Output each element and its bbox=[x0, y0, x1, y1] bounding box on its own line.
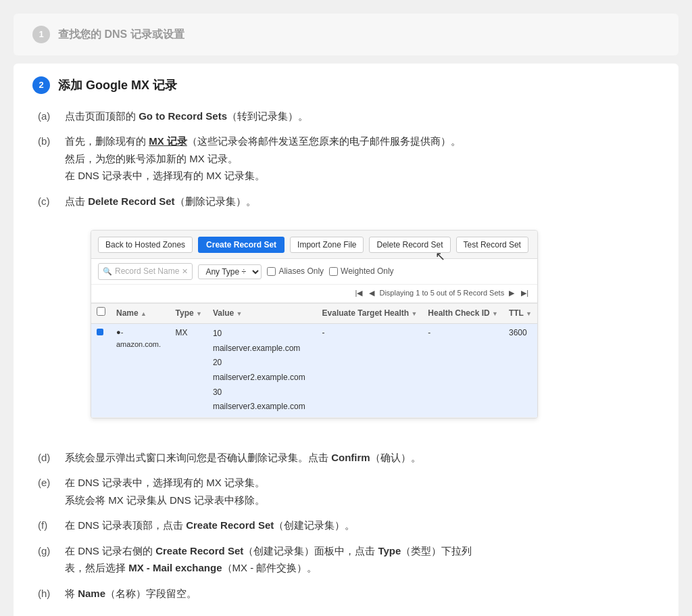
label-a: (a) bbox=[38, 108, 58, 125]
pagination-bar: |◀ ◀ Displaying 1 to 5 out of 5 Record S… bbox=[91, 285, 537, 303]
row-name: ●-amazon.com. bbox=[111, 324, 170, 418]
instruction-d: (d) 系统会显示弹出式窗口来询问您是否确认删除记录集。点击 Confirm（确… bbox=[38, 449, 660, 467]
label-e: (e) bbox=[38, 474, 58, 508]
weighted-label: Weighted Only bbox=[341, 265, 394, 278]
create-button[interactable]: Create Record Set bbox=[198, 237, 285, 253]
instruction-b: (b) 首先，删除现有的 MX 记录（这些记录会将邮件发送至您原来的电子邮件服务… bbox=[38, 133, 660, 185]
col-evaluate: Evaluate Target Health ▼ bbox=[317, 304, 423, 324]
step1-section: 1 查找您的 DNS 记录或设置 bbox=[14, 14, 678, 55]
step1-number: 1 bbox=[32, 26, 50, 43]
test-button[interactable]: Test Record Set bbox=[456, 237, 528, 253]
import-button[interactable]: Import Zone File bbox=[290, 237, 364, 253]
instruction-a: (a) 点击页面顶部的 Go to Record Sets（转到记录集）。 bbox=[38, 108, 660, 125]
instruction-e: (e) 在 DNS 记录表中，选择现有的 MX 记录集。 系统会将 MX 记录集… bbox=[38, 474, 660, 508]
row-health: - bbox=[422, 324, 503, 418]
value-line2: 20 mailserver2.example.com bbox=[213, 356, 312, 385]
last-page-button[interactable]: ▶| bbox=[519, 287, 530, 300]
bold-type: Type bbox=[378, 545, 401, 556]
record-table: Name ▲ Type ▼ Value ▼ Evaluate Target He… bbox=[91, 303, 537, 418]
instruction-c: (c) 点击 Delete Record Set（删除记录集）。 bbox=[38, 193, 660, 210]
text-g: 在 DNS 记录右侧的 Create Record Set（创建记录集）面板中，… bbox=[65, 542, 472, 577]
step2-section: 2 添加 Google MX 记录 (a) 点击页面顶部的 Go to Reco… bbox=[14, 64, 678, 616]
instruction-h: (h) 将 Name（名称）字段留空。 bbox=[38, 585, 660, 602]
row-type: MX bbox=[170, 324, 207, 418]
label-g: (g) bbox=[38, 542, 58, 577]
aliases-label: Aliases Only bbox=[278, 265, 324, 278]
col-name: Name ▲ bbox=[111, 304, 170, 324]
first-page-button[interactable]: |◀ bbox=[353, 287, 365, 300]
bold-a: Go to Record Sets bbox=[139, 110, 227, 122]
value-line1: 10 mailserver.example.com bbox=[213, 327, 312, 356]
step1-title: 查找您的 DNS 记录或设置 bbox=[58, 26, 184, 43]
row-icon bbox=[97, 329, 103, 335]
bold-confirm: Confirm bbox=[331, 452, 370, 463]
bold-mx: MX - Mail exchange bbox=[128, 562, 222, 573]
row-checkbox-cell[interactable] bbox=[91, 324, 111, 418]
text-a: 点击页面顶部的 Go to Record Sets（转到记录集）。 bbox=[65, 108, 308, 125]
delete-button[interactable]: Delete Record Set bbox=[369, 237, 450, 253]
underline-mx: MX 记录 bbox=[149, 135, 187, 147]
screenshot: Back to Hosted Zones Create Record Set I… bbox=[91, 230, 538, 419]
col-type: Type ▼ bbox=[170, 304, 207, 324]
bold-create2: Create Record Set bbox=[155, 545, 243, 556]
search-icon: 🔍 bbox=[103, 266, 112, 278]
weighted-checkbox[interactable] bbox=[329, 267, 338, 276]
row-ttl: 3600 bbox=[503, 324, 537, 418]
prev-page-button[interactable]: ◀ bbox=[367, 287, 376, 300]
bold-delete: Delete Record Set bbox=[88, 195, 174, 207]
label-d: (d) bbox=[38, 449, 58, 467]
col-health: Health Check ID ▼ bbox=[422, 304, 503, 324]
instruction-f: (f) 在 DNS 记录表顶部，点击 Create Record Set（创建记… bbox=[38, 517, 660, 534]
aliases-filter[interactable]: Aliases Only bbox=[267, 265, 324, 278]
text-e: 在 DNS 记录表中，选择现有的 MX 记录集。 系统会将 MX 记录集从 DN… bbox=[65, 474, 265, 508]
type-filter[interactable]: Any Type ÷ bbox=[198, 264, 262, 279]
value-line3: 30 mailserver3.example.com bbox=[213, 385, 312, 414]
text-f: 在 DNS 记录表顶部，点击 Create Record Set（创建记录集）。 bbox=[65, 517, 355, 534]
aliases-checkbox[interactable] bbox=[267, 267, 276, 276]
row-value: 10 mailserver.example.com 20 mailserver2… bbox=[207, 324, 317, 418]
step2-title: 添加 Google MX 记录 bbox=[58, 76, 177, 95]
search-placeholder: Record Set Name bbox=[115, 265, 179, 278]
clear-icon[interactable]: ✕ bbox=[182, 266, 188, 278]
step2-header: 2 添加 Google MX 记录 bbox=[32, 76, 660, 95]
search-box[interactable]: 🔍 Record Set Name ✕ bbox=[98, 263, 193, 280]
instruction-g: (g) 在 DNS 记录右侧的 Create Record Set（创建记录集）… bbox=[38, 542, 660, 577]
table-row[interactable]: ●-amazon.com. MX 10 mailserver.example.c… bbox=[91, 324, 537, 418]
text-d: 系统会显示弹出式窗口来询问您是否确认删除记录集。点击 Confirm（确认）。 bbox=[65, 449, 421, 467]
step2-number: 2 bbox=[32, 76, 50, 94]
weighted-filter[interactable]: Weighted Only bbox=[329, 265, 394, 278]
text-b: 首先，删除现有的 MX 记录（这些记录会将邮件发送至您原来的电子邮件服务提供商）… bbox=[65, 133, 461, 185]
text-h: 将 Name（名称）字段留空。 bbox=[65, 585, 197, 602]
col-checkbox bbox=[91, 304, 111, 324]
label-c: (c) bbox=[38, 193, 58, 210]
bold-create: Create Record Set bbox=[186, 519, 274, 531]
col-ttl: TTL ▼ bbox=[503, 304, 537, 324]
filter-bar: 🔍 Record Set Name ✕ Any Type ÷ Aliases O… bbox=[91, 259, 537, 285]
label-h: (h) bbox=[38, 585, 58, 602]
label-f: (f) bbox=[38, 517, 58, 534]
text-c: 点击 Delete Record Set（删除记录集）。 bbox=[65, 193, 256, 210]
toolbar: Back to Hosted Zones Create Record Set I… bbox=[91, 231, 537, 259]
back-button[interactable]: Back to Hosted Zones bbox=[98, 237, 193, 253]
select-all-checkbox[interactable] bbox=[97, 307, 105, 316]
step2-content: (a) 点击页面顶部的 Go to Record Sets（转到记录集）。 (b… bbox=[32, 108, 660, 602]
bold-name: Name bbox=[78, 588, 105, 599]
col-value: Value ▼ bbox=[207, 304, 317, 324]
label-b: (b) bbox=[38, 133, 58, 185]
step1-header: 1 查找您的 DNS 记录或设置 bbox=[32, 26, 660, 43]
next-page-button[interactable]: ▶ bbox=[507, 287, 516, 300]
pagination-text: Displaying 1 to 5 out of 5 Record Sets bbox=[379, 287, 504, 300]
row-evaluate: - bbox=[317, 324, 423, 418]
